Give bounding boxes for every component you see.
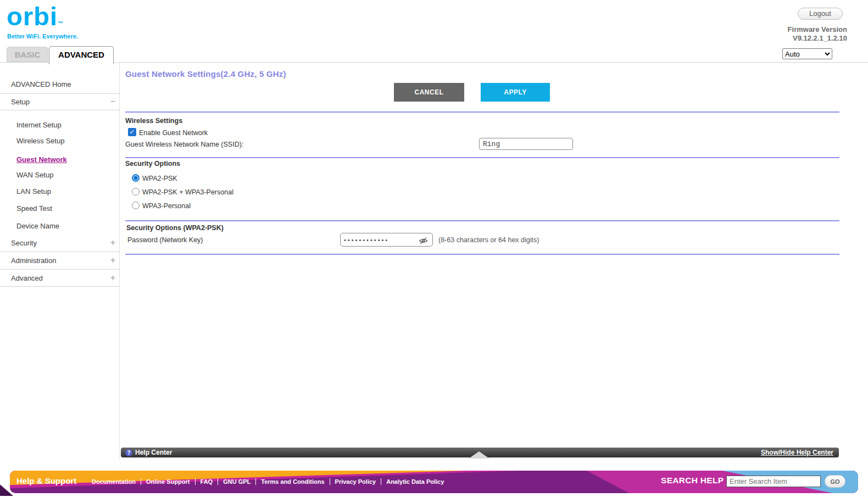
sidebar-item-label: Internet Setup [16, 121, 62, 129]
page-title: Guest Network Settings(2.4 GHz, 5 GHz) [125, 69, 286, 79]
sidebar-item-label: Guest Network [16, 155, 67, 164]
sidebar-item-security[interactable]: Security+ [11, 239, 118, 247]
sidebar-item-internet-setup[interactable]: Internet Setup [16, 121, 124, 129]
security-options-wpa2-heading: Security Options (WPA2-PSK) [126, 224, 224, 232]
enable-guest-network-label: Enable Guest Network [139, 129, 208, 137]
footer-link-gnu-gpl[interactable]: GNU GPL [218, 478, 255, 485]
sidebar-item-wan-setup[interactable]: WAN Setup [16, 171, 124, 179]
tab-advanced[interactable]: ADVANCED [49, 46, 114, 64]
question-mark-icon: ? [125, 449, 132, 456]
password-input[interactable] [344, 233, 415, 246]
section-divider [125, 157, 839, 158]
password-field-wrapper [340, 233, 433, 247]
sidebar-divider [0, 252, 119, 252]
search-help-label: SEARCH HELP [661, 476, 724, 485]
sidebar-item-device-name[interactable]: Device Name [16, 222, 124, 230]
sidebar-item-label: LAN Setup [16, 187, 51, 196]
footer-link-documentation[interactable]: Documentation [87, 478, 141, 485]
firmware-version: Firmware Version V9.12.2.1_1.2.10 [788, 25, 847, 43]
wireless-settings-heading: Wireless Settings [125, 117, 182, 125]
sidebar-item-label: WAN Setup [16, 171, 53, 179]
sidebar-item-lan-setup[interactable]: LAN Setup [16, 187, 124, 196]
sidebar-divider [0, 93, 119, 94]
logo-tagline: Better WiFi. Everywhere. [7, 33, 78, 40]
footer-links: Documentation Online Support FAQ GNU GPL… [87, 478, 449, 485]
orbi-logo: orbi™ [7, 1, 64, 31]
help-center-label: Help Center [135, 449, 172, 456]
apply-button[interactable]: APPLY [481, 83, 550, 102]
sidebar-item-label: Wireless Setup [16, 137, 64, 145]
footer-link-online-support[interactable]: Online Support [141, 478, 194, 485]
orbi-logo-text: orbi [7, 2, 58, 31]
expand-icon[interactable]: + [104, 255, 115, 265]
sidebar-item-label: Setup [11, 98, 30, 106]
trademark-icon: ™ [58, 20, 64, 26]
logout-button[interactable]: Logout [798, 8, 843, 20]
section-divider [125, 111, 839, 113]
help-center-collapse-arrow-icon[interactable] [469, 451, 489, 459]
sidebar-item-speed-test[interactable]: Speed Test [16, 204, 124, 213]
expand-icon[interactable]: + [104, 238, 115, 248]
sidebar-item-guest-network[interactable]: Guest Network [16, 155, 124, 164]
firmware-version-label: Firmware Version [788, 25, 847, 34]
sidebar-divider [0, 110, 119, 110]
cancel-button[interactable]: CANCEL [394, 83, 464, 102]
radio-wpa2-psk-label: WPA2-PSK [142, 175, 177, 182]
search-go-button[interactable]: GO [825, 475, 845, 488]
tab-basic[interactable]: BASIC [7, 47, 48, 62]
sidebar-divider [0, 286, 119, 287]
sidebar-item-label: Speed Test [16, 204, 52, 213]
footer-link-privacy-policy[interactable]: Privacy Policy [330, 478, 381, 485]
sidebar-item-administration[interactable]: Administration+ [11, 256, 118, 265]
radio-wpa3-personal[interactable] [132, 202, 140, 209]
radio-wpa2-psk-wpa3-personal[interactable] [132, 188, 140, 196]
header-divider [0, 62, 868, 63]
password-hint: (8-63 characters or 64 hex digits) [438, 236, 539, 244]
sidebar-item-setup[interactable]: Setup− [11, 98, 118, 106]
security-options-heading: Security Options [125, 160, 180, 167]
sidebar-item-label: Device Name [16, 222, 59, 230]
enable-guest-network-checkbox[interactable]: ✓ [128, 128, 136, 136]
sidebar-item-label: Administration [11, 256, 56, 265]
firmware-version-value: V9.12.2.1_1.2.10 [788, 34, 847, 43]
radio-wpa2-psk-wpa3-personal-label: WPA2-PSK + WPA3-Personal [142, 188, 233, 196]
sidebar-item-advanced[interactable]: Advanced+ [11, 274, 118, 282]
footer-link-analytic-data-policy[interactable]: Analytic Data Policy [381, 478, 449, 485]
expand-icon[interactable]: + [104, 273, 115, 283]
section-divider [125, 254, 839, 255]
ssid-input[interactable] [479, 138, 573, 150]
ssid-label: Guest Wireless Network Name (SSID): [125, 141, 243, 148]
show-hide-help-center-link[interactable]: Show/Hide Help Center [761, 449, 833, 456]
radio-wpa2-psk[interactable] [132, 174, 140, 182]
radio-wpa3-personal-label: WPA3-Personal [142, 202, 191, 210]
language-select[interactable]: Auto [782, 48, 832, 59]
orbi-admin-page: orbi™ Better WiFi. Everywhere. Logout Fi… [0, 0, 868, 497]
show-password-eye-icon[interactable] [419, 237, 428, 247]
sidebar-item-advanced-home[interactable]: ADVANCED Home [11, 80, 118, 88]
footer-link-faq[interactable]: FAQ [195, 478, 218, 485]
sidebar-item-label: Advanced [11, 274, 43, 282]
footer-content: Help & Support Documentation Online Supp… [10, 471, 858, 493]
help-search-input[interactable] [726, 476, 821, 487]
footer-bar: Help & Support Documentation Online Supp… [10, 471, 858, 493]
password-label: Password (Network Key) [127, 236, 203, 244]
sidebar-divider [0, 269, 119, 270]
collapse-icon[interactable]: − [104, 97, 115, 107]
help-support-title: Help & Support [16, 476, 76, 485]
sidebar-item-label: ADVANCED Home [11, 80, 71, 88]
help-center-left: ? Help Center [125, 449, 172, 456]
footer-link-terms-and-conditions[interactable]: Terms and Conditions [255, 478, 329, 485]
sidebar-item-label: Security [11, 239, 37, 247]
sidebar-item-wireless-setup[interactable]: Wireless Setup [16, 137, 124, 145]
section-divider [125, 220, 839, 221]
